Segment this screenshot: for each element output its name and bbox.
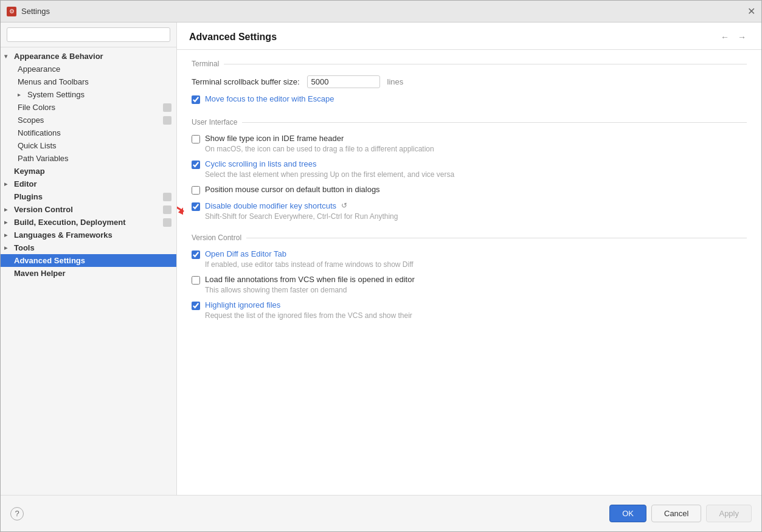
expand-arrow-appearance-behavior bbox=[4, 53, 12, 60]
position-mouse-cursor-content: Position mouse cursor on default button … bbox=[205, 185, 747, 194]
sidebar-item-label: Advanced Settings bbox=[14, 256, 171, 265]
show-file-type-checkbox[interactable] bbox=[192, 135, 200, 143]
expand-arrow-editor bbox=[4, 181, 12, 187]
show-file-type-row: Show file type icon in IDE frame header … bbox=[192, 134, 747, 154]
sidebar-item-maven-helper[interactable]: Maven Helper bbox=[1, 267, 176, 280]
highlight-ignored-checkbox-wrapper bbox=[192, 302, 200, 312]
build-badge bbox=[163, 218, 171, 227]
window-title: Settings bbox=[21, 7, 50, 16]
apply-button[interactable]: Apply bbox=[706, 505, 752, 522]
sidebar-item-build-execution-deployment[interactable]: Build, Execution, Deployment bbox=[1, 216, 176, 229]
settings-window: ⚙ Settings ✕ Appearance & Behavior Appea… bbox=[0, 0, 762, 532]
load-file-annotations-content: Load file annotations from VCS when file… bbox=[205, 275, 747, 295]
sidebar-item-label: Plugins bbox=[14, 192, 161, 201]
sidebar-item-advanced-settings[interactable]: Advanced Settings bbox=[1, 254, 176, 267]
right-panel: Advanced Settings ← → Terminal Terminal … bbox=[177, 22, 761, 495]
sidebar-item-path-variables[interactable]: Path Variables bbox=[1, 152, 176, 165]
sidebar-item-system-settings[interactable]: System Settings bbox=[1, 88, 176, 101]
user-interface-section: User Interface Show file type icon in ID… bbox=[192, 118, 747, 221]
position-mouse-cursor-row: Position mouse cursor on default button … bbox=[192, 185, 747, 196]
sidebar: Appearance & Behavior Appearance Menus a… bbox=[1, 22, 177, 495]
highlight-ignored-label[interactable]: Highlight ignored files bbox=[205, 300, 280, 309]
expand-arrow-version-control bbox=[4, 206, 12, 213]
sidebar-item-keymap[interactable]: Keymap bbox=[1, 165, 176, 178]
cancel-button[interactable]: Cancel bbox=[651, 505, 701, 522]
open-diff-desc: If enabled, use editor tabs instead of f… bbox=[205, 260, 747, 270]
sidebar-item-label: Version Control bbox=[14, 205, 161, 214]
reset-icon[interactable]: ↺ bbox=[341, 201, 347, 210]
version-control-badge bbox=[163, 206, 171, 214]
show-file-type-desc: On macOS, the icon can be used to drag a… bbox=[205, 144, 747, 154]
back-button[interactable]: ← bbox=[718, 30, 732, 44]
cyclic-scrolling-checkbox[interactable] bbox=[192, 161, 200, 169]
disable-double-modifier-checkbox[interactable] bbox=[192, 202, 200, 211]
highlight-ignored-checkbox[interactable] bbox=[192, 302, 200, 310]
file-colors-badge bbox=[163, 103, 171, 112]
show-file-type-checkbox-wrapper bbox=[192, 135, 200, 145]
sidebar-item-file-colors[interactable]: File Colors bbox=[1, 101, 176, 114]
panel-title: Advanced Settings bbox=[189, 32, 277, 43]
ok-button[interactable]: OK bbox=[609, 505, 646, 522]
open-diff-checkbox[interactable] bbox=[192, 250, 200, 259]
sidebar-tree: Appearance & Behavior Appearance Menus a… bbox=[1, 47, 176, 495]
expand-arrow-tools bbox=[4, 244, 12, 251]
bottom-left: ? bbox=[10, 507, 24, 520]
sidebar-item-editor[interactable]: Editor bbox=[1, 178, 176, 190]
sidebar-item-scopes[interactable]: Scopes bbox=[1, 114, 176, 126]
sidebar-item-label: Appearance & Behavior bbox=[14, 52, 171, 61]
move-focus-row: Move focus to the editor with Escape bbox=[192, 94, 747, 106]
cyclic-scrolling-content: Cyclic scrolling in lists and trees Sele… bbox=[205, 159, 747, 180]
scrollback-input[interactable] bbox=[307, 75, 380, 88]
move-focus-checkbox[interactable] bbox=[192, 95, 200, 104]
main-content: Appearance & Behavior Appearance Menus a… bbox=[1, 22, 761, 495]
app-icon: ⚙ bbox=[7, 7, 16, 16]
disable-double-modifier-content: Disable double modifier key shortcuts ↺ … bbox=[205, 201, 747, 222]
bottom-right: OK Cancel Apply bbox=[609, 505, 752, 522]
disable-double-modifier-label[interactable]: Disable double modifier key shortcuts bbox=[205, 201, 336, 210]
disable-double-modifier-desc: Shift-Shift for Search Everywhere, Ctrl-… bbox=[205, 212, 747, 222]
panel-body: Terminal Terminal scrollback buffer size… bbox=[177, 50, 761, 495]
load-file-annotations-desc: This allows showing them faster on deman… bbox=[205, 285, 747, 295]
scopes-badge bbox=[163, 116, 171, 125]
cyclic-scrolling-label[interactable]: Cyclic scrolling in lists and trees bbox=[205, 159, 317, 168]
expand-arrow-build bbox=[4, 219, 12, 226]
close-button[interactable]: ✕ bbox=[747, 5, 755, 17]
sidebar-item-label: Menus and Toolbars bbox=[18, 77, 171, 86]
sidebar-item-label: Languages & Frameworks bbox=[14, 230, 171, 240]
help-button[interactable]: ? bbox=[10, 507, 24, 520]
show-file-type-content: Show file type icon in IDE frame header … bbox=[205, 134, 747, 154]
sidebar-item-label: Maven Helper bbox=[14, 269, 171, 278]
search-box bbox=[1, 22, 176, 47]
sidebar-item-label: Tools bbox=[14, 243, 171, 252]
highlight-ignored-row: Highlight ignored files Request the list… bbox=[192, 300, 747, 321]
load-file-annotations-label[interactable]: Load file annotations from VCS when file… bbox=[205, 275, 415, 284]
sidebar-item-appearance[interactable]: Appearance bbox=[1, 63, 176, 75]
position-mouse-cursor-checkbox[interactable] bbox=[192, 186, 200, 195]
sidebar-item-appearance-behavior[interactable]: Appearance & Behavior bbox=[1, 50, 176, 63]
search-input[interactable] bbox=[7, 27, 170, 42]
sidebar-item-languages-frameworks[interactable]: Languages & Frameworks bbox=[1, 229, 176, 241]
sidebar-item-quick-lists[interactable]: Quick Lists bbox=[1, 139, 176, 152]
load-file-annotations-checkbox[interactable] bbox=[192, 276, 200, 285]
disable-double-modifier-row: Disable double modifier key shortcuts ↺ … bbox=[177, 201, 747, 222]
cyclic-scrolling-checkbox-wrapper bbox=[192, 161, 200, 171]
sidebar-item-version-control[interactable]: Version Control bbox=[1, 203, 176, 216]
sidebar-item-menus-toolbars[interactable]: Menus and Toolbars bbox=[1, 75, 176, 88]
position-mouse-cursor-label[interactable]: Position mouse cursor on default button … bbox=[205, 185, 380, 194]
open-diff-label[interactable]: Open Diff as Editor Tab bbox=[205, 249, 286, 258]
disable-double-modifier-checkbox-wrapper bbox=[192, 202, 200, 213]
sidebar-item-notifications[interactable]: Notifications bbox=[1, 126, 176, 139]
sidebar-item-plugins[interactable]: Plugins bbox=[1, 190, 176, 203]
forward-button[interactable]: → bbox=[735, 30, 749, 44]
move-focus-label[interactable]: Move focus to the editor with Escape bbox=[205, 94, 334, 103]
scrollback-row: Terminal scrollback buffer size: lines bbox=[192, 75, 747, 88]
sidebar-item-tools[interactable]: Tools bbox=[1, 241, 176, 254]
version-control-section-label: Version Control bbox=[192, 233, 747, 242]
version-control-section: Version Control Open Diff as Editor Tab … bbox=[192, 233, 747, 320]
bottom-bar: ? OK Cancel Apply bbox=[1, 495, 761, 531]
highlight-ignored-desc: Request the list of the ignored files fr… bbox=[205, 311, 747, 321]
position-mouse-cursor-checkbox-wrapper bbox=[192, 186, 200, 196]
move-focus-content: Move focus to the editor with Escape bbox=[205, 94, 747, 103]
sidebar-item-label: Keymap bbox=[14, 167, 171, 176]
show-file-type-label[interactable]: Show file type icon in IDE frame header bbox=[205, 134, 344, 143]
